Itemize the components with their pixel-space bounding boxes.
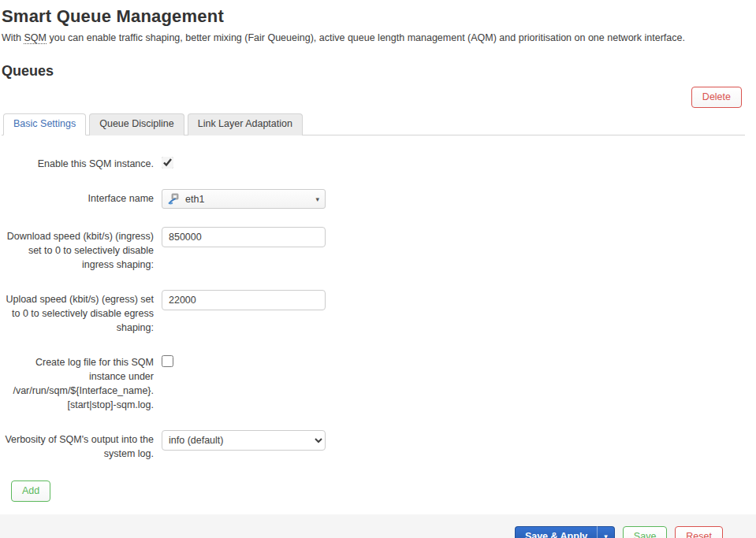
- upload-speed-label: Upload speed (kbit/s) (egress) set to 0 …: [2, 290, 154, 335]
- queues-section-title: Queues: [2, 63, 745, 80]
- delete-button[interactable]: Delete: [691, 87, 742, 108]
- download-speed-row: Download speed (kbit/s) (ingress) set to…: [2, 227, 745, 272]
- save-apply-button[interactable]: Save & Apply: [515, 526, 598, 538]
- tab-link-layer-adaptation[interactable]: Link Layer Adaptation: [188, 113, 303, 135]
- upload-speed-input[interactable]: [162, 290, 326, 310]
- description-text-suffix: you can enable traffic shaping, better m…: [47, 32, 685, 43]
- tab-queue-discipline[interactable]: Queue Discipline: [89, 113, 184, 135]
- enable-checkbox[interactable]: [162, 157, 173, 169]
- download-speed-input[interactable]: [162, 227, 326, 247]
- delete-row: Delete: [2, 87, 745, 109]
- interface-label: Interface name: [2, 189, 154, 206]
- add-row: Add: [2, 479, 745, 514]
- chevron-down-icon: ▾: [315, 195, 319, 203]
- save-apply-dropdown-button[interactable]: ▾: [598, 526, 615, 538]
- verbosity-select[interactable]: info (default): [162, 430, 326, 451]
- chevron-down-icon: ▾: [604, 532, 608, 538]
- enable-row: Enable this SQM instance.: [2, 154, 745, 171]
- basic-settings-form: Enable this SQM instance. Interface name: [2, 135, 745, 461]
- logfile-label: Create log file for this SQM instance un…: [2, 353, 154, 412]
- upload-speed-row: Upload speed (kbit/s) (egress) set to 0 …: [2, 290, 745, 335]
- add-button[interactable]: Add: [11, 480, 50, 502]
- verbosity-row: Verbosity of SQM's output into the syste…: [2, 430, 745, 461]
- verbosity-label: Verbosity of SQM's output into the syste…: [2, 430, 154, 461]
- save-button[interactable]: Save: [623, 526, 668, 538]
- sqm-settings-page: Smart Queue Management With SQM you can …: [0, 0, 756, 538]
- tab-basic-settings[interactable]: Basic Settings: [3, 113, 86, 135]
- reset-button[interactable]: Reset: [675, 526, 723, 538]
- footer-action-bar: Save & Apply ▾ Save Reset: [0, 514, 756, 538]
- description-text-prefix: With: [2, 32, 24, 43]
- download-speed-label: Download speed (kbit/s) (ingress) set to…: [2, 227, 154, 272]
- ethernet-interface-icon: [168, 193, 181, 205]
- interface-selected-value: eth1: [185, 194, 315, 205]
- logfile-row: Create log file for this SQM instance un…: [2, 353, 745, 412]
- page-title: Smart Queue Management: [2, 0, 745, 28]
- enable-label: Enable this SQM instance.: [2, 154, 154, 171]
- page-description: With SQM you can enable traffic shaping,…: [2, 32, 745, 44]
- sqm-abbreviation: SQM: [24, 32, 46, 44]
- logfile-checkbox[interactable]: [162, 355, 173, 367]
- save-apply-split-button: Save & Apply ▾: [515, 526, 615, 538]
- interface-dropdown[interactable]: eth1 ▾: [162, 189, 326, 209]
- interface-row: Interface name eth1 ▾: [2, 189, 745, 209]
- tab-bar: Basic Settings Queue Discipline Link Lay…: [2, 113, 745, 135]
